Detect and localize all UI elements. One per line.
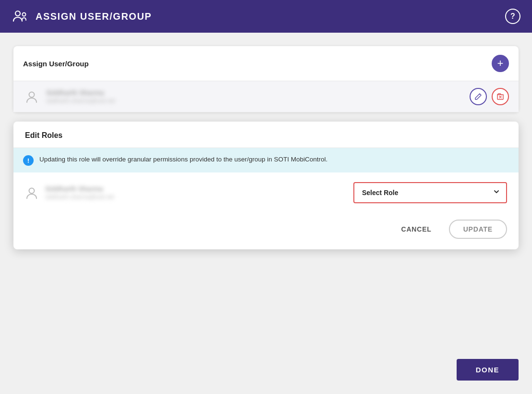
header-left: ASSIGN USER/GROUP	[12, 8, 152, 25]
svg-point-0	[15, 11, 20, 16]
update-button[interactable]: UPDATE	[449, 220, 507, 239]
select-role-dropdown[interactable]: Select Role Administrator Viewer Operato…	[353, 182, 507, 203]
main-content: Assign User/Group + Siddharth Sharma sid…	[0, 33, 532, 394]
add-user-button[interactable]: +	[492, 55, 509, 72]
info-icon: !	[23, 155, 34, 166]
assign-user-group-card: Assign User/Group + Siddharth Sharma sid…	[13, 46, 519, 112]
card-header: Assign User/Group +	[13, 46, 519, 81]
assign-user-group-icon	[12, 8, 29, 25]
user-list-row: Siddharth Sharma siddharth.sharma@soti.n…	[13, 81, 519, 112]
modal-user-info: Siddharth Sharma siddharth.sharma@soti.n…	[45, 185, 347, 200]
info-message: Updating this role will override granula…	[39, 155, 327, 164]
svg-point-3	[29, 188, 35, 194]
help-icon: ?	[510, 12, 515, 21]
modal-header: Edit Roles	[13, 122, 519, 148]
modal-user-email: siddharth.sharma@soti.net	[45, 194, 347, 200]
edit-roles-modal: Edit Roles ! Updating this role will ove…	[13, 122, 519, 249]
folder-x-icon	[496, 93, 504, 100]
user-icon	[25, 90, 38, 103]
edit-icon	[474, 93, 482, 100]
modal-footer: CANCEL UPDATE	[13, 213, 519, 249]
remove-user-button[interactable]	[492, 88, 509, 105]
modal-user-name: Siddharth Sharma	[45, 185, 347, 193]
card-title: Assign User/Group	[23, 60, 89, 68]
user-email: siddharth.sharma@soti.net	[46, 98, 470, 104]
info-banner: ! Updating this role will override granu…	[13, 148, 519, 172]
header-title: ASSIGN USER/GROUP	[36, 11, 152, 22]
modal-user-row: Siddharth Sharma siddharth.sharma@soti.n…	[25, 182, 507, 203]
modal-body: Siddharth Sharma siddharth.sharma@soti.n…	[13, 172, 519, 213]
user-name: Siddharth Sharma	[46, 89, 470, 97]
user-actions	[470, 88, 509, 105]
user-avatar	[23, 88, 40, 105]
svg-point-2	[29, 92, 35, 98]
user-info: Siddharth Sharma siddharth.sharma@soti.n…	[46, 89, 470, 104]
edit-role-button[interactable]	[470, 88, 487, 105]
header: ASSIGN USER/GROUP ?	[0, 0, 532, 33]
cancel-button[interactable]: CANCEL	[394, 221, 439, 238]
help-button[interactable]: ?	[505, 9, 520, 24]
select-role-wrapper: Select Role Administrator Viewer Operato…	[353, 182, 507, 203]
modal-title: Edit Roles	[25, 131, 62, 139]
svg-point-1	[23, 13, 26, 16]
modal-user-icon	[25, 186, 38, 199]
add-icon: +	[497, 58, 504, 69]
done-button[interactable]: DONE	[457, 359, 519, 381]
